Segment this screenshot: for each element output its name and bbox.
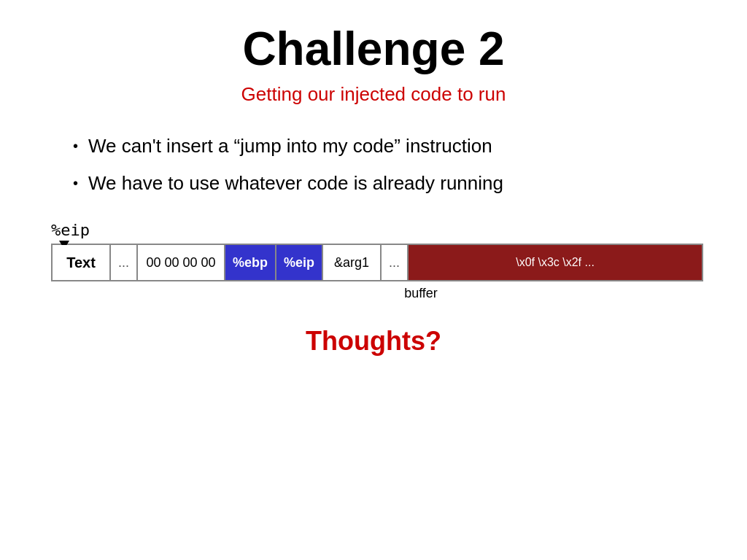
mem-cell-dots2: ... <box>382 245 409 280</box>
eip-section: %eip Text ... 00 00 00 00 %ebp %eip <box>44 221 703 301</box>
slide-subtitle: Getting our injected code to run <box>241 83 506 106</box>
bullet-list: • We can't insert a “jump into my code” … <box>44 135 703 195</box>
bullet-item-1: • We can't insert a “jump into my code” … <box>73 135 703 158</box>
buffer-label: buffer <box>139 286 703 301</box>
bullet-dot-1: • <box>73 138 78 155</box>
slide-container: Challenge 2 Getting our injected code to… <box>0 0 747 560</box>
mem-cell-arg1: &arg1 <box>323 245 382 280</box>
bullet-dot-2: • <box>73 175 78 192</box>
eip-label: %eip <box>51 221 703 239</box>
mem-cell-dots1: ... <box>111 245 138 280</box>
bullet-text-1: We can't insert a “jump into my code” in… <box>88 135 492 158</box>
slide-title: Challenge 2 <box>242 22 504 76</box>
bullet-item-2: • We have to use whatever code is alread… <box>73 172 703 195</box>
mem-cell-zeros: 00 00 00 00 <box>138 245 225 280</box>
mem-cell-shellcode: \x0f \x3c \x2f ... <box>409 245 702 280</box>
mem-cell-eip: %eip <box>276 245 323 280</box>
memory-bar: Text ... 00 00 00 00 %ebp %eip &arg1 ...… <box>51 244 703 281</box>
mem-cell-ebp: %ebp <box>225 245 276 280</box>
mem-cell-text: Text <box>53 245 111 280</box>
bullet-text-2: We have to use whatever code is already … <box>88 172 503 195</box>
thoughts-text: Thoughts? <box>306 326 441 357</box>
